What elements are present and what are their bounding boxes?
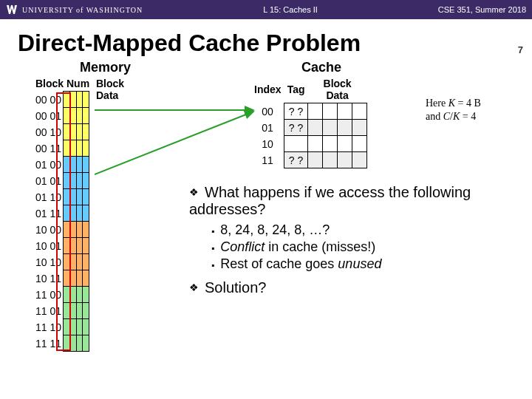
memory-address-cell: 11 11 xyxy=(35,335,64,352)
memory-row: 01 00 xyxy=(35,157,89,173)
memory-byte-cell xyxy=(69,270,76,287)
cache-index-cell: 11 xyxy=(251,152,284,168)
univ-name: UNIVERSITY of WASHINGTON xyxy=(22,6,143,14)
memory-row: 00 10 xyxy=(35,124,89,140)
memory-byte-cell xyxy=(83,205,89,222)
memory-row: 01 11 xyxy=(35,205,89,222)
memory-byte-cell xyxy=(69,189,76,205)
uw-w-icon xyxy=(6,4,18,15)
memory-byte-cell xyxy=(83,303,89,319)
bullet-question-1: What happens if we access the following … xyxy=(189,184,519,218)
memory-byte-cell xyxy=(69,92,76,108)
cache-byte-cell xyxy=(323,152,338,168)
memory-byte-cell xyxy=(69,140,76,157)
memory-byte-cell xyxy=(64,335,70,352)
cache-tag-cell: ? ? xyxy=(284,103,308,120)
memory-byte-cell xyxy=(76,92,83,108)
memory-byte-cell xyxy=(64,238,70,254)
memory-heading: Memory xyxy=(80,60,131,75)
memory-address-cell: 01 10 xyxy=(35,189,64,205)
memory-byte-cell xyxy=(76,173,83,189)
memory-address-cell: 11 10 xyxy=(35,319,64,335)
sub-bullets: 8, 24, 8, 24, 8, …? Conflict in cache (m… xyxy=(211,222,519,272)
cache-byte-cell xyxy=(308,136,323,152)
memory-byte-cell xyxy=(76,319,83,335)
cache-index-cell: 00 xyxy=(251,103,284,120)
cache-index-cell: 10 xyxy=(251,136,284,152)
memory-address-cell: 01 00 xyxy=(35,157,64,173)
memory-byte-cell xyxy=(76,222,83,238)
cache-byte-cell xyxy=(352,136,367,152)
cache-byte-cell xyxy=(338,120,352,136)
memory-byte-cell xyxy=(64,92,70,108)
slide-title: Direct-Mapped Cache Problem xyxy=(18,30,532,57)
header-center: L 15: Caches II xyxy=(143,5,438,14)
memory-row: 01 10 xyxy=(35,189,89,205)
memory-byte-cell xyxy=(83,189,89,205)
cache-blockdata-header: Block Data xyxy=(308,78,367,103)
memory-row: 00 00 xyxy=(35,92,89,108)
uw-logo-block: UNIVERSITY of WASHINGTON xyxy=(6,4,143,15)
memory-address-cell: 00 10 xyxy=(35,124,64,140)
memory-byte-cell xyxy=(83,157,89,173)
memory-row: 10 01 xyxy=(35,238,89,254)
memory-row: 10 00 xyxy=(35,222,89,238)
cache-tag-cell: ? ? xyxy=(284,120,308,136)
memory-byte-cell xyxy=(64,173,70,189)
cache-table: Index Tag Block Data 00? ?01? ?1011? ? xyxy=(251,78,367,168)
memory-byte-cell xyxy=(76,108,83,124)
parameters-note: Here K = 4 B and C/K = 4 xyxy=(426,97,481,123)
memory-row: 10 10 xyxy=(35,254,89,270)
memory-byte-cell xyxy=(76,189,83,205)
memory-byte-cell xyxy=(69,335,76,352)
cache-byte-cell xyxy=(352,152,367,168)
memory-blocknum-header: Block Num xyxy=(35,78,89,89)
memory-byte-cell xyxy=(64,254,70,270)
header-bar: UNIVERSITY of WASHINGTON L 15: Caches II… xyxy=(0,0,532,19)
memory-byte-cell xyxy=(83,319,89,335)
cache-index-header: Index xyxy=(251,78,284,103)
memory-byte-cell xyxy=(76,335,83,352)
memory-byte-cell xyxy=(69,319,76,335)
memory-byte-cell xyxy=(76,157,83,173)
memory-byte-cell xyxy=(64,108,70,124)
cache-tag-header: Tag xyxy=(284,78,308,103)
memory-byte-cell xyxy=(76,254,83,270)
memory-byte-cell xyxy=(76,124,83,140)
memory-address-cell: 10 00 xyxy=(35,222,64,238)
memory-address-cell: 11 00 xyxy=(35,287,64,303)
memory-byte-cell xyxy=(76,140,83,157)
memory-byte-cell xyxy=(64,222,70,238)
memory-byte-cell xyxy=(83,222,89,238)
memory-address-cell: 01 11 xyxy=(35,205,64,222)
memory-row: 01 01 xyxy=(35,173,89,189)
memory-byte-cell xyxy=(69,303,76,319)
sub-bullet-conflict: Conflict in cache (misses!) xyxy=(211,239,519,255)
memory-block: Block Num Block Data 00 0000 0100 1000 1… xyxy=(35,78,89,89)
cache-byte-cell xyxy=(323,103,338,120)
memory-byte-cell xyxy=(64,124,70,140)
cache-byte-cell xyxy=(338,136,352,152)
memory-address-cell: 00 00 xyxy=(35,92,64,108)
memory-address-cell: 00 01 xyxy=(35,108,64,124)
svg-line-1 xyxy=(95,112,253,174)
memory-byte-cell xyxy=(83,140,89,157)
memory-byte-cell xyxy=(83,238,89,254)
memory-address-cell: 01 01 xyxy=(35,173,64,189)
cache-header-row: Index Tag Block Data xyxy=(251,78,367,103)
cache-row: 10 xyxy=(251,136,367,152)
memory-byte-cell xyxy=(83,124,89,140)
memory-byte-cell xyxy=(64,205,70,222)
cache-block: Index Tag Block Data 00? ?01? ?1011? ? xyxy=(251,78,367,168)
bullet-block: What happens if we access the following … xyxy=(189,184,519,296)
cache-byte-cell xyxy=(352,103,367,120)
page-number: 7 xyxy=(518,44,523,55)
memory-row: 00 11 xyxy=(35,140,89,157)
sub-bullet-unused: Rest of cache goes unused xyxy=(211,256,519,272)
memory-byte-cell xyxy=(64,140,70,157)
memory-byte-cell xyxy=(69,287,76,303)
memory-row: 00 01 xyxy=(35,108,89,124)
memory-blockdata-header: Block Data xyxy=(96,78,124,101)
cache-index-cell: 01 xyxy=(251,120,284,136)
memory-byte-cell xyxy=(76,270,83,287)
